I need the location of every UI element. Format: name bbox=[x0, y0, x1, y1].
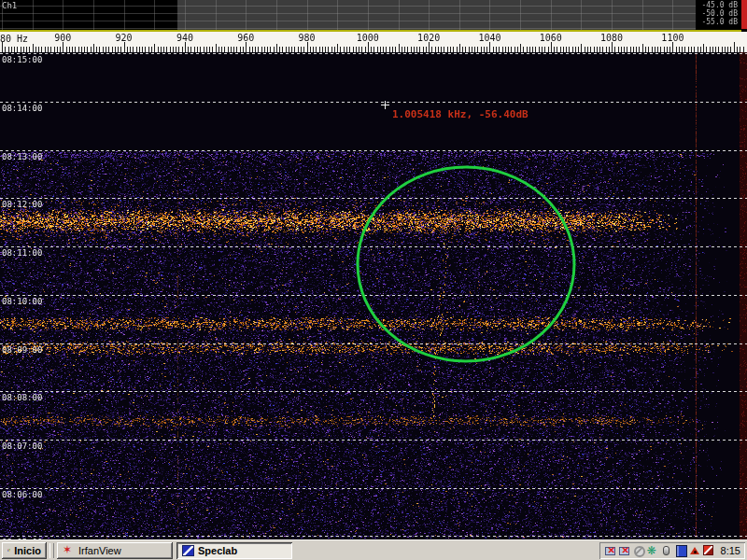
channel-label: Ch1 bbox=[2, 1, 17, 10]
windows-logo-icon bbox=[7, 544, 10, 556]
time-tick-label: 08:15:00 bbox=[2, 55, 42, 64]
display-error-icon[interactable] bbox=[604, 544, 617, 557]
antivirus-icon[interactable] bbox=[702, 544, 715, 557]
speclab-icon bbox=[182, 545, 194, 556]
freq-tick-label: 1040 bbox=[478, 33, 500, 43]
freq-tick-label: 960 bbox=[237, 33, 254, 43]
task-buttons: IrfanViewSpeclab bbox=[57, 542, 296, 559]
task-button-speclab[interactable]: Speclab bbox=[176, 542, 292, 559]
freq-tick-label: 1060 bbox=[540, 33, 562, 43]
start-button-label: Inicio bbox=[14, 545, 41, 556]
db-tick-label: -45.0 dB bbox=[701, 1, 738, 9]
update-arrow-icon[interactable] bbox=[688, 544, 701, 557]
freq-unit-label: 80 Hz bbox=[0, 34, 28, 44]
blocked-icon[interactable] bbox=[632, 544, 645, 557]
time-tick-label: 08:14:00 bbox=[2, 104, 42, 113]
task-button-label: IrfanView bbox=[78, 545, 121, 556]
db-tick-label: -50.0 dB bbox=[701, 9, 738, 18]
tray-icons bbox=[604, 544, 715, 557]
time-tick-label: 08:11:00 bbox=[2, 248, 42, 258]
freq-tick-label: 940 bbox=[176, 33, 193, 43]
taskbar-clock: 8:15 bbox=[721, 545, 740, 556]
irfanview-icon bbox=[63, 545, 75, 556]
taskbar: Inicio IrfanViewSpeclab 8:15 bbox=[0, 539, 747, 560]
time-tick-label: 08:13:00 bbox=[2, 152, 42, 161]
freq-tick-label: 1080 bbox=[600, 33, 623, 43]
system-tray: 8:15 bbox=[599, 542, 745, 559]
network-icon[interactable] bbox=[646, 544, 659, 557]
time-tick-label: 08:06:00 bbox=[2, 490, 42, 499]
freq-tick-label: 1020 bbox=[417, 33, 440, 43]
task-button-label: Speclab bbox=[198, 545, 237, 556]
time-tick-label: 08:08:00 bbox=[2, 393, 42, 402]
time-tick-label: 08:09:00 bbox=[2, 345, 42, 355]
freq-tick-label: 920 bbox=[116, 33, 133, 43]
speclab-window: Ch1 -45.0 dB-50.0 dB-55.0 dB 80 Hz 90092… bbox=[0, 0, 747, 560]
task-button-irfanview[interactable]: IrfanView bbox=[57, 542, 173, 559]
display-error-icon[interactable] bbox=[618, 544, 631, 557]
time-tick-label: 08:07:00 bbox=[2, 441, 42, 451]
freq-tick-label: 900 bbox=[54, 33, 71, 43]
time-tick-label: 08:12:00 bbox=[2, 200, 42, 209]
spectrogram-canvas[interactable] bbox=[0, 0, 747, 560]
book-icon[interactable] bbox=[674, 544, 687, 557]
db-tick-label: -55.0 dB bbox=[701, 18, 738, 26]
taskbar-grip[interactable] bbox=[49, 543, 54, 558]
start-button[interactable]: Inicio bbox=[2, 542, 47, 559]
freq-tick-label: 980 bbox=[299, 33, 316, 43]
cursor-readout: 1.005418 kHz, -56.40dB bbox=[392, 108, 529, 120]
freq-tick-label: 1100 bbox=[661, 33, 684, 43]
freq-tick-label: 1000 bbox=[357, 33, 379, 43]
mouse-crosshair-cursor bbox=[385, 105, 386, 105]
mouse-icon[interactable] bbox=[660, 544, 673, 557]
time-tick-label: 08:10:00 bbox=[2, 297, 42, 306]
